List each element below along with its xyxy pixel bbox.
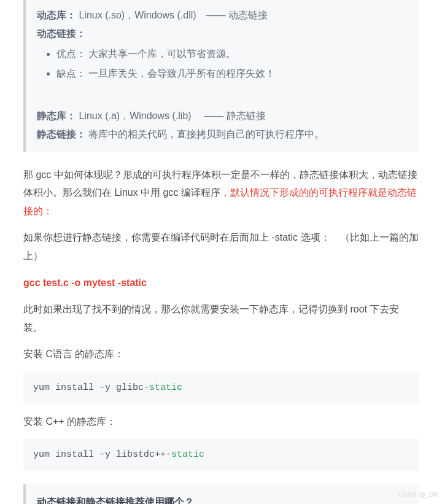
spacer — [37, 93, 408, 107]
code-cpp-kw: static — [171, 449, 204, 460]
paragraph-gcc-intro: 那 gcc 中如何体现呢？形成的可执行程序体积一定是不一样的，静态链接体积大，动… — [23, 166, 419, 220]
label-con: 缺点： — [56, 68, 86, 79]
label-staticlib: 静态库： — [37, 110, 76, 121]
code-install-libstdcpp: yum install -y libstdc++-static — [23, 439, 419, 471]
command-static: gcc test.c -o mytest -static — [23, 274, 419, 292]
quote-title: 动态链接和静态链接推荐使用哪个？ — [37, 493, 408, 504]
text-staticlib: Linux (.a)，Windows (.lib) —— 静态链接 — [79, 110, 265, 121]
article-body: 动态库： Linux (.so)，Windows (.dll) —— 动态链接 … — [0, 0, 442, 504]
item-pro: 优点： 大家共享一个库，可以节省资源。 — [56, 45, 408, 63]
watermark: CSDN @_SR — [398, 489, 438, 501]
quote-libraries: 动态库： Linux (.so)，Windows (.dll) —— 动态链接 … — [23, 0, 419, 152]
label-dynlib: 动态库： — [37, 10, 76, 20]
code-cpp-a: yum install -y libstdc++- — [33, 449, 171, 460]
text-staticlink: 将库中的相关代码，直接拷贝到自己的可执行程序中。 — [88, 129, 324, 139]
code-glibc-kw: static — [149, 382, 182, 393]
item-con: 缺点： 一旦库丢失，会导致几乎所有的程序失效！ — [56, 64, 408, 83]
row-dynlink-label: 动态链接： — [37, 25, 408, 43]
dynlink-list: 优点： 大家共享一个库，可以节省资源。 缺点： 一旦库丢失，会导致几乎所有的程序… — [37, 45, 408, 82]
label-dynlink: 动态链接： — [37, 28, 86, 39]
code-install-glibc: yum install -y glibc-static — [23, 372, 419, 404]
row-staticlib: 静态库： Linux (.a)，Windows (.lib) —— 静态链接 — [37, 107, 408, 125]
label-pro: 优点： — [56, 48, 86, 59]
paragraph-not-found: 此时如果出现了找不到的情况，那么你就需要安装一下静态库，记得切换到 root 下… — [23, 300, 419, 336]
row-dynlib: 动态库： Linux (.so)，Windows (.dll) —— 动态链接 — [37, 6, 408, 25]
text-pro: 大家共享一个库，可以节省资源。 — [88, 48, 236, 59]
quote-recommendation: 动态链接和静态链接推荐使用哪个？ 默认是动态链接，我们也更推荐动态链接， 因为生… — [23, 484, 419, 504]
command-text: gcc test.c -o mytest -static — [23, 277, 147, 288]
row-staticlink: 静态链接： 将库中的相关代码，直接拷贝到自己的可执行程序中。 — [37, 125, 408, 144]
paragraph-static-option: 如果你想进行静态链接，你需要在编译代码时在后面加上 -static 选项： （比… — [23, 228, 419, 265]
text-con: 一旦库丢失，会导致几乎所有的程序失效！ — [88, 68, 275, 79]
label-staticlink: 静态链接： — [37, 129, 86, 139]
text-dynlib: Linux (.so)，Windows (.dll) —— 动态链接 — [79, 10, 268, 20]
paragraph-install-cpp: 安装 C++ 的静态库： — [23, 413, 419, 431]
code-glibc-a: yum install -y glibc- — [33, 382, 149, 393]
paragraph-install-c: 安装 C语言 的静态库： — [23, 345, 419, 363]
